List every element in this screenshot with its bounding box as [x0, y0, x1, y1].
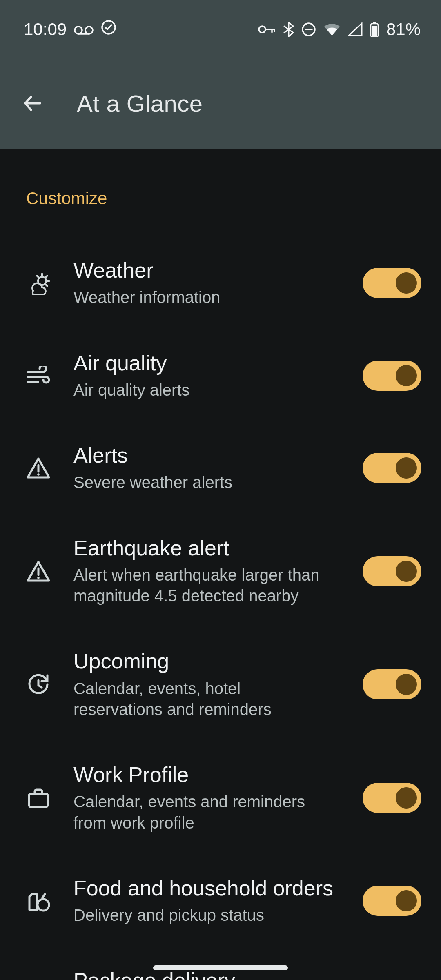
status-left: 10:09: [24, 20, 116, 39]
wifi-icon: [323, 22, 341, 36]
svg-point-13: [37, 577, 40, 579]
svg-point-15: [38, 899, 49, 911]
weather-icon: [24, 270, 53, 296]
svg-point-11: [37, 474, 40, 476]
row-subtitle: Alert when earthquake larger than magnit…: [74, 565, 334, 606]
briefcase-icon: [24, 787, 53, 808]
update-icon: [24, 673, 53, 696]
bluetooth-icon: [283, 22, 294, 37]
cell-signal-icon: [348, 22, 363, 36]
row-title: Air quality: [74, 351, 334, 376]
row-title: Weather: [74, 258, 334, 283]
wind-icon: [24, 366, 53, 385]
checkmark-circle-icon: [101, 20, 116, 39]
battery-icon: [370, 22, 379, 37]
row-work-profile[interactable]: Work Profile Calendar, events and remind…: [0, 741, 441, 855]
svg-point-0: [75, 27, 82, 34]
do-not-disturb-icon: [301, 22, 316, 37]
page-title: At a Glance: [77, 90, 203, 117]
toggle-alerts[interactable]: [363, 453, 421, 483]
row-title: Upcoming: [74, 649, 334, 674]
vpn-key-icon: [258, 24, 276, 34]
toggle-earthquake-alert[interactable]: [363, 556, 421, 586]
groceries-icon: [24, 889, 53, 912]
warning-icon: [24, 560, 53, 582]
row-subtitle: Severe weather alerts: [74, 472, 334, 493]
app-bar: At a Glance: [0, 57, 441, 149]
section-label-customize: Customize: [0, 149, 441, 208]
back-button[interactable]: [16, 87, 49, 120]
content: Customize Weather Weather information Ai…: [0, 149, 441, 980]
row-food-orders[interactable]: Food and household orders Delivery and p…: [0, 855, 441, 947]
row-title: Alerts: [74, 443, 334, 468]
svg-point-1: [85, 27, 93, 34]
status-bar: 10:09 81%: [0, 0, 441, 57]
svg-rect-14: [29, 794, 48, 807]
toggle-weather[interactable]: [363, 268, 421, 298]
settings-list: Weather Weather information Air quality …: [0, 208, 441, 980]
row-subtitle: Weather information: [74, 287, 334, 308]
row-title: Work Profile: [74, 762, 334, 787]
row-alerts[interactable]: Alerts Severe weather alerts: [0, 422, 441, 514]
status-right: 81%: [258, 20, 421, 39]
row-title: Earthquake alert: [74, 536, 334, 561]
row-earthquake-alert[interactable]: Earthquake alert Alert when earthquake l…: [0, 514, 441, 628]
toggle-work-profile[interactable]: [363, 783, 421, 813]
toggle-food-orders[interactable]: [363, 886, 421, 916]
svg-rect-8: [372, 26, 377, 36]
navigation-handle[interactable]: [153, 965, 288, 970]
row-package-delivery[interactable]: Package delivery Show when a package is …: [0, 947, 441, 980]
svg-point-3: [259, 26, 265, 33]
warning-icon: [24, 457, 53, 479]
voicemail-icon: [74, 20, 94, 39]
row-subtitle: Air quality alerts: [74, 380, 334, 401]
row-weather[interactable]: Weather Weather information: [0, 237, 441, 330]
row-air-quality[interactable]: Air quality Air quality alerts: [0, 330, 441, 422]
row-upcoming[interactable]: Upcoming Calendar, events, hotel reserva…: [0, 628, 441, 741]
row-subtitle: Calendar, events, hotel reservations and…: [74, 678, 334, 720]
toggle-upcoming[interactable]: [363, 669, 421, 699]
status-battery-percent: 81%: [386, 20, 421, 39]
toggle-air-quality[interactable]: [363, 361, 421, 391]
row-title: Food and household orders: [74, 876, 334, 901]
status-time: 10:09: [24, 20, 67, 39]
arrow-back-icon: [21, 92, 44, 115]
row-subtitle: Calendar, events and reminders from work…: [74, 791, 334, 833]
row-subtitle: Delivery and pickup status: [74, 905, 334, 926]
